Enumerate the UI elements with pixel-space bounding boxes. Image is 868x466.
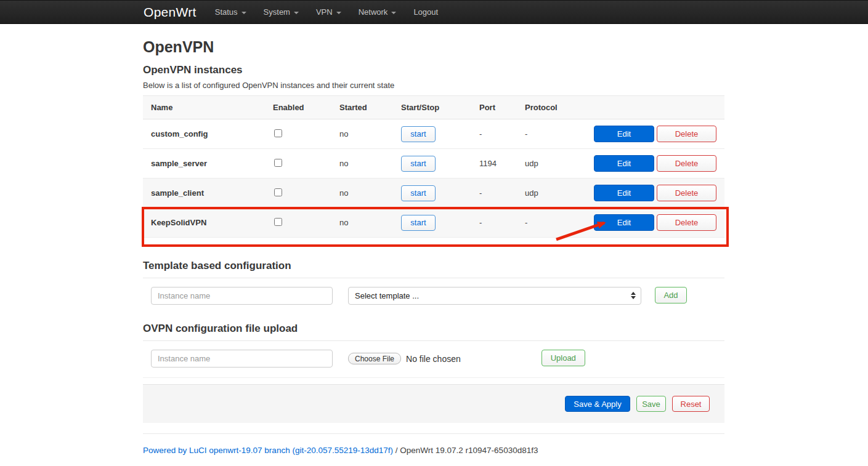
column-header-protocol: Protocol	[517, 103, 586, 112]
port-value: -	[471, 188, 517, 198]
main-content: OpenVPN OpenVPN instances Below is a lis…	[143, 38, 724, 455]
column-header-start-stop: Start/Stop	[393, 103, 471, 112]
choose-file-button[interactable]: Choose File	[348, 353, 401, 364]
instance-name: sample_client	[143, 188, 265, 198]
column-header-enabled: Enabled	[265, 103, 331, 112]
brand-logo[interactable]: OpenWrt	[144, 5, 197, 20]
template-select[interactable]: Select template ...	[348, 287, 641, 305]
delete-button[interactable]: Delete	[657, 185, 716, 201]
add-button[interactable]: Add	[655, 287, 687, 303]
edit-button[interactable]: Edit	[594, 155, 654, 172]
section-divider	[143, 377, 724, 378]
enabled-checkbox[interactable]	[274, 129, 282, 137]
template-section-heading: Template based configuration	[143, 260, 724, 278]
protocol-value: udp	[517, 188, 586, 198]
luci-version-link[interactable]: Powered by LuCI openwrt-19.07 branch (gi…	[143, 446, 393, 455]
protocol-value: -	[517, 129, 586, 139]
table-row-custom-config: custom_config no start - - Edit Delete	[143, 119, 724, 149]
upload-button[interactable]: Upload	[541, 350, 585, 366]
started-value: no	[331, 129, 393, 139]
action-bar: Save & Apply Save Reset	[143, 384, 724, 423]
instance-name: KeepSolidVPN	[143, 218, 265, 227]
nav-item-network-label: Network	[359, 7, 388, 17]
started-value: no	[331, 159, 393, 168]
footer-divider	[143, 433, 724, 434]
nav-item-network[interactable]: Network	[350, 0, 405, 24]
instances-table: Name Enabled Started Start/Stop Port Pro…	[143, 95, 724, 238]
instance-name: custom_config	[143, 129, 265, 139]
page-title: OpenVPN	[143, 38, 724, 56]
instances-section-description: Below is a list of configured OpenVPN in…	[143, 81, 724, 90]
nav-item-system-label: System	[264, 7, 290, 17]
chevron-down-icon	[391, 12, 396, 14]
column-header-port: Port	[471, 103, 517, 112]
reset-button[interactable]: Reset	[672, 396, 710, 412]
start-button[interactable]: start	[401, 215, 436, 231]
protocol-value: -	[517, 218, 586, 227]
edit-button-keepsolidvpn[interactable]: Edit	[594, 214, 654, 231]
chevron-down-icon	[294, 12, 299, 14]
file-input: Choose File No file chosen	[348, 350, 461, 368]
start-button[interactable]: start	[401, 126, 436, 142]
port-value: 1194	[471, 159, 517, 168]
column-header-name: Name	[143, 103, 265, 112]
started-value: no	[331, 188, 393, 198]
no-file-chosen-label: No file chosen	[406, 354, 461, 364]
delete-button[interactable]: Delete	[657, 155, 716, 172]
instance-name: sample_server	[143, 159, 265, 168]
enabled-checkbox[interactable]	[274, 218, 282, 226]
column-header-started: Started	[331, 103, 393, 112]
nav-item-logout[interactable]: Logout	[405, 0, 447, 24]
footer-text: Powered by LuCI openwrt-19.07 branch (gi…	[143, 446, 724, 455]
table-header-row: Name Enabled Started Start/Stop Port Pro…	[143, 95, 724, 119]
table-row-sample-server: sample_server no start 1194 udp Edit Del…	[143, 149, 724, 179]
template-form-row: Select template ... Add	[143, 287, 724, 305]
upload-form-row: Choose File No file chosen Upload	[143, 350, 724, 368]
save-apply-button[interactable]: Save & Apply	[565, 396, 630, 412]
delete-button[interactable]: Delete	[657, 126, 716, 142]
nav-item-vpn-label: VPN	[316, 7, 333, 17]
port-value: -	[471, 129, 517, 139]
enabled-checkbox[interactable]	[274, 188, 282, 196]
nav-item-system[interactable]: System	[255, 0, 307, 24]
edit-button[interactable]: Edit	[594, 126, 654, 142]
top-navbar: OpenWrt Status System VPN Network Logout	[0, 0, 868, 24]
enabled-checkbox[interactable]	[274, 159, 282, 167]
save-button[interactable]: Save	[636, 396, 666, 412]
delete-button[interactable]: Delete	[657, 214, 716, 231]
chevron-down-icon	[336, 12, 341, 14]
nav-item-vpn[interactable]: VPN	[307, 0, 350, 24]
protocol-value: udp	[517, 159, 586, 168]
openwrt-version-label: / OpenWrt 19.07.2 r10947-65030d81f3	[393, 446, 538, 455]
port-value: -	[471, 218, 517, 227]
edit-button[interactable]: Edit	[594, 185, 654, 201]
upload-instance-name-input[interactable]	[151, 350, 333, 368]
nav-item-status-label: Status	[215, 7, 238, 17]
nav-item-logout-label: Logout	[413, 7, 438, 17]
nav-item-status[interactable]: Status	[206, 0, 255, 24]
upload-section-heading: OVPN configuration file upload	[143, 323, 724, 341]
started-value: no	[331, 218, 393, 227]
start-button[interactable]: start	[401, 156, 436, 172]
instances-section-heading: OpenVPN instances	[143, 64, 724, 76]
table-row-sample-client: sample_client no start - udp Edit Delete	[143, 179, 724, 208]
chevron-down-icon	[241, 12, 246, 14]
template-instance-name-input[interactable]	[151, 287, 333, 305]
start-button[interactable]: start	[401, 185, 436, 201]
table-row-keepsolidvpn: KeepSolidVPN no start - - Edit Delete	[143, 208, 724, 238]
